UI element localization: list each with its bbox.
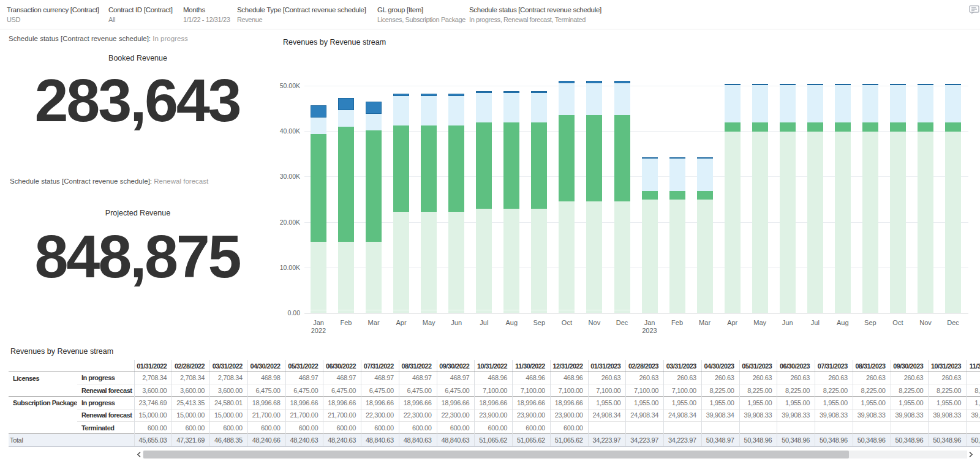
- bar-segment[interactable]: [503, 93, 519, 122]
- bar-segment[interactable]: [614, 201, 630, 310]
- bar-segment[interactable]: [697, 200, 713, 313]
- table-horizontal-scrollbar[interactable]: [135, 450, 975, 459]
- bar-month[interactable]: [338, 86, 354, 313]
- bar-segment[interactable]: [918, 132, 933, 313]
- bar-segment[interactable]: [752, 132, 768, 313]
- filter-months[interactable]: Months 1/1/22 - 12/31/23: [183, 6, 230, 24]
- bar-segment[interactable]: [890, 122, 906, 132]
- filter-contract-id[interactable]: Contract ID [Contract] All: [108, 6, 173, 24]
- bar-segment[interactable]: [725, 84, 741, 85]
- bar-month[interactable]: [586, 86, 602, 313]
- bar-segment[interactable]: [393, 94, 409, 95]
- bar-segment[interactable]: [531, 93, 547, 122]
- bar-segment[interactable]: [531, 310, 547, 313]
- bar-segment[interactable]: [586, 201, 602, 310]
- bar-segment[interactable]: [918, 84, 933, 85]
- filter-schedule-type[interactable]: Schedule Type [Contract revenue schedule…: [237, 6, 366, 24]
- bar-segment[interactable]: [476, 209, 492, 310]
- bar-segment[interactable]: [311, 242, 326, 310]
- chevron-left-icon[interactable]: [135, 450, 143, 459]
- bar-segment[interactable]: [586, 310, 602, 313]
- bar-segment[interactable]: [503, 91, 519, 93]
- bar-month[interactable]: [752, 86, 768, 313]
- bar-segment[interactable]: [642, 191, 658, 200]
- bar-segment[interactable]: [725, 132, 741, 313]
- bar-segment[interactable]: [421, 94, 437, 95]
- bar-segment[interactable]: [476, 91, 492, 93]
- chevron-right-icon[interactable]: [967, 450, 975, 459]
- bar-segment[interactable]: [669, 159, 685, 191]
- bar-segment[interactable]: [725, 85, 741, 122]
- bar-segment[interactable]: [669, 157, 685, 159]
- bar-segment[interactable]: [614, 115, 630, 201]
- bar-segment[interactable]: [642, 157, 658, 159]
- bar-segment[interactable]: [807, 84, 823, 85]
- bar-month[interactable]: [725, 86, 741, 313]
- bar-segment[interactable]: [338, 310, 354, 313]
- bar-segment[interactable]: [311, 118, 326, 134]
- bar-segment[interactable]: [393, 310, 409, 313]
- bar-segment[interactable]: [862, 122, 878, 132]
- bar-segment[interactable]: [421, 212, 437, 310]
- bar-segment[interactable]: [311, 134, 326, 242]
- bar-segment[interactable]: [393, 212, 409, 310]
- bar-segment[interactable]: [338, 110, 354, 127]
- bar-segment[interactable]: [697, 157, 713, 159]
- bar-segment[interactable]: [311, 105, 326, 118]
- bar-segment[interactable]: [476, 122, 492, 209]
- bar-segment[interactable]: [780, 85, 796, 122]
- bar-month[interactable]: [531, 86, 547, 313]
- bar-segment[interactable]: [586, 115, 602, 201]
- bar-segment[interactable]: [366, 130, 382, 242]
- bar-segment[interactable]: [614, 81, 630, 83]
- bar-month[interactable]: [807, 86, 823, 313]
- bar-segment[interactable]: [559, 201, 575, 310]
- bar-segment[interactable]: [862, 84, 878, 85]
- bar-segment[interactable]: [945, 84, 961, 85]
- bar-segment[interactable]: [862, 132, 878, 313]
- bar-month[interactable]: [890, 86, 906, 313]
- bar-segment[interactable]: [393, 96, 409, 125]
- bar-segment[interactable]: [559, 115, 575, 201]
- bar-segment[interactable]: [531, 91, 547, 93]
- bar-segment[interactable]: [890, 85, 906, 122]
- bar-segment[interactable]: [835, 122, 851, 132]
- bar-month[interactable]: [559, 86, 575, 313]
- bar-segment[interactable]: [531, 209, 547, 310]
- bar-segment[interactable]: [752, 122, 768, 132]
- bar-segment[interactable]: [835, 132, 851, 313]
- bar-month[interactable]: [448, 86, 464, 313]
- bar-month[interactable]: [366, 86, 382, 313]
- bar-segment[interactable]: [669, 200, 685, 313]
- bar-segment[interactable]: [835, 85, 851, 122]
- bar-segment[interactable]: [780, 132, 796, 313]
- bar-segment[interactable]: [448, 212, 464, 310]
- bar-segment[interactable]: [918, 122, 933, 132]
- bar-segment[interactable]: [642, 200, 658, 313]
- bar-month[interactable]: [697, 86, 713, 313]
- bar-segment[interactable]: [448, 125, 464, 212]
- bar-segment[interactable]: [338, 127, 354, 242]
- bar-segment[interactable]: [752, 84, 768, 85]
- bar-segment[interactable]: [338, 98, 354, 110]
- bar-month[interactable]: [503, 86, 519, 313]
- bar-segment[interactable]: [807, 122, 823, 132]
- bar-segment[interactable]: [311, 310, 326, 313]
- bar-segment[interactable]: [780, 84, 796, 85]
- bar-segment[interactable]: [945, 122, 961, 132]
- bar-segment[interactable]: [807, 85, 823, 122]
- comment-icon[interactable]: [969, 5, 979, 15]
- bar-segment[interactable]: [448, 96, 464, 125]
- bar-segment[interactable]: [476, 93, 492, 122]
- bar-segment[interactable]: [421, 310, 437, 313]
- bar-segment[interactable]: [945, 85, 961, 122]
- bar-segment[interactable]: [366, 114, 382, 130]
- bar-month[interactable]: [476, 86, 492, 313]
- bar-segment[interactable]: [448, 94, 464, 95]
- bar-month[interactable]: [393, 86, 409, 313]
- bar-month[interactable]: [835, 86, 851, 313]
- bar-month[interactable]: [642, 86, 658, 313]
- bar-segment[interactable]: [780, 122, 796, 132]
- bar-segment[interactable]: [890, 132, 906, 313]
- bar-segment[interactable]: [918, 85, 933, 122]
